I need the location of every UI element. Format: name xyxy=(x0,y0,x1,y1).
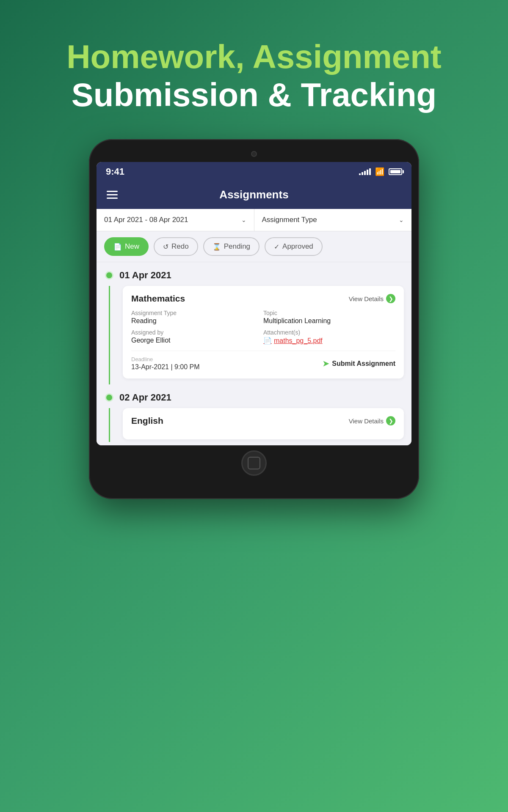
tab-pending[interactable]: ⌛ Pending xyxy=(203,237,260,256)
wifi-icon: 📶 xyxy=(375,167,384,176)
field-attachments: Attachment(s) 📄 maths_pg_5.pdf xyxy=(263,329,395,345)
card-fields-1: Assignment Type Reading Topic Multiplica… xyxy=(131,310,395,345)
view-details-arrow-icon-1: ❯ xyxy=(386,294,395,303)
tab-pending-label: Pending xyxy=(224,242,250,251)
view-details-label-1: View Details xyxy=(349,295,384,302)
pdf-icon: 📄 xyxy=(263,337,272,345)
timeline-line-2 xyxy=(109,408,110,442)
assignment-type-field-label: Assignment Type xyxy=(131,310,263,316)
status-time: 9:41 xyxy=(106,166,124,177)
timeline-date-1: 01 Apr 2021 xyxy=(119,270,171,281)
card-subject-2: English xyxy=(131,416,163,426)
view-details-label-2: View Details xyxy=(349,417,384,425)
tab-new[interactable]: 📄 New xyxy=(104,237,149,256)
date-range-label: 01 Apr 2021 - 08 Apr 2021 xyxy=(104,216,188,224)
tab-bar: 📄 New ↺ Redo ⌛ Pending ✓ Approved xyxy=(97,231,411,262)
headline-line2: Submission & Tracking xyxy=(66,76,442,114)
tablet-camera xyxy=(251,151,257,157)
assignment-card-2: English View Details ❯ xyxy=(123,408,404,439)
battery-icon xyxy=(389,168,402,175)
deadline-section: Deadline 13-Apr-2021 | 9:00 PM ➤ Submit … xyxy=(131,351,395,371)
content-area: 01 Apr 2021 Mathematics View Details ❯ xyxy=(97,262,411,445)
timeline-date-row-2: 02 Apr 2021 xyxy=(104,384,404,408)
date-range-dropdown[interactable]: 01 Apr 2021 - 08 Apr 2021 ⌄ xyxy=(97,209,254,231)
tablet-frame: 9:41 📶 Assig xyxy=(89,139,419,499)
timeline-section-2: 02 Apr 2021 English View Details ❯ xyxy=(97,384,411,445)
tablet-home-button[interactable] xyxy=(241,450,267,476)
timeline-section-1: 01 Apr 2021 Mathematics View Details ❯ xyxy=(97,262,411,384)
deadline-label: Deadline xyxy=(131,356,200,362)
pending-tab-icon: ⌛ xyxy=(213,243,221,251)
tablet-home-inner xyxy=(248,457,260,469)
headline-line1: Homework, Assignment xyxy=(66,38,442,76)
submit-label: Submit Assignment xyxy=(332,360,395,368)
assignment-type-chevron-icon: ⌄ xyxy=(399,217,404,223)
submit-icon: ➤ xyxy=(323,359,329,368)
view-details-arrow-icon-2: ❯ xyxy=(386,416,395,425)
new-tab-icon: 📄 xyxy=(113,243,122,251)
filter-bar: 01 Apr 2021 - 08 Apr 2021 ⌄ Assignment T… xyxy=(97,209,411,231)
timeline-line-1 xyxy=(109,286,110,384)
attachments-field-label: Attachment(s) xyxy=(263,329,395,336)
tab-approved[interactable]: ✓ Approved xyxy=(265,237,323,256)
topic-field-value: Multiplication Learning xyxy=(263,317,395,325)
status-bar: 9:41 📶 xyxy=(97,162,411,181)
signal-bars-icon xyxy=(359,168,371,175)
tab-approved-label: Approved xyxy=(282,242,313,251)
submit-assignment-button[interactable]: ➤ Submit Assignment xyxy=(323,359,395,368)
card-header-2: English View Details ❯ xyxy=(131,416,395,426)
field-assigned-by: Assigned by George Elliot xyxy=(131,329,263,345)
tab-redo[interactable]: ↺ Redo xyxy=(154,237,198,256)
attachment-filename: maths_pg_5.pdf xyxy=(274,337,323,345)
tablet-screen: 9:41 📶 Assig xyxy=(97,162,411,445)
assignment-type-field-value: Reading xyxy=(131,317,263,325)
menu-icon[interactable] xyxy=(107,191,118,199)
assigned-by-field-label: Assigned by xyxy=(131,329,263,336)
field-topic: Topic Multiplication Learning xyxy=(263,310,395,325)
assignment-type-dropdown[interactable]: Assignment Type ⌄ xyxy=(254,209,412,231)
attachment-file-link[interactable]: 📄 maths_pg_5.pdf xyxy=(263,337,395,345)
app-header: Assignments xyxy=(97,181,411,209)
timeline-dot-1 xyxy=(105,271,113,280)
assignment-type-label: Assignment Type xyxy=(262,216,317,224)
timeline-entry-1: Mathematics View Details ❯ Assignment Ty… xyxy=(104,286,404,384)
topic-field-label: Topic xyxy=(263,310,395,316)
timeline-date-row-1: 01 Apr 2021 xyxy=(104,262,404,286)
view-details-btn-1[interactable]: View Details ❯ xyxy=(349,294,395,303)
timeline-date-2: 02 Apr 2021 xyxy=(119,392,171,403)
deadline-info: Deadline 13-Apr-2021 | 9:00 PM xyxy=(131,356,200,371)
redo-tab-icon: ↺ xyxy=(163,243,168,251)
page-header: Homework, Assignment Submission & Tracki… xyxy=(41,0,467,139)
date-range-chevron-icon: ⌄ xyxy=(241,217,246,223)
timeline-dot-2 xyxy=(105,393,113,402)
approved-tab-icon: ✓ xyxy=(274,243,279,251)
assigned-by-field-value: George Elliot xyxy=(131,337,263,344)
card-subject-1: Mathematics xyxy=(131,294,185,304)
tab-new-label: New xyxy=(125,242,139,251)
timeline-entry-2: English View Details ❯ xyxy=(104,408,404,445)
app-title: Assignments xyxy=(219,188,288,201)
assignment-card-1: Mathematics View Details ❯ Assignment Ty… xyxy=(123,286,404,379)
field-assignment-type: Assignment Type Reading xyxy=(131,310,263,325)
status-icons: 📶 xyxy=(359,167,402,176)
card-header-1: Mathematics View Details ❯ xyxy=(131,294,395,304)
tab-redo-label: Redo xyxy=(171,242,189,251)
view-details-btn-2[interactable]: View Details ❯ xyxy=(349,416,395,425)
deadline-value: 13-Apr-2021 | 9:00 PM xyxy=(131,363,200,371)
